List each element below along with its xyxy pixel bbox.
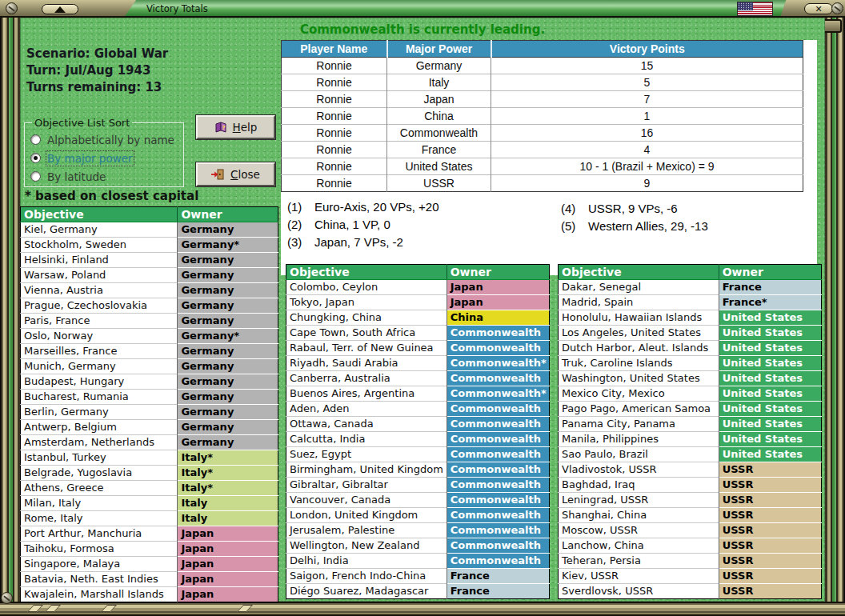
owner-cell: Commonwealth* xyxy=(447,356,549,371)
player-cell: France xyxy=(387,142,491,158)
objective-row: Munich, GermanyGermany xyxy=(21,359,278,374)
player-cell: 9 xyxy=(491,175,803,192)
objective-table-commonwealth: ObjectiveOwner Colombo, CeylonJapanTokyo… xyxy=(286,264,550,599)
owner-cell: Commonwealth xyxy=(447,402,549,417)
owner-cell: Germany xyxy=(178,283,278,298)
objective-row: Riyadh, Saudi ArabiaCommonwealth* xyxy=(286,356,550,371)
vp-note-number: (1) xyxy=(287,200,314,218)
radio-icon[interactable] xyxy=(30,153,41,163)
player-cell: Ronnie xyxy=(282,108,387,125)
owner-cell: Germany xyxy=(178,344,278,359)
objective-column-header: Owner xyxy=(719,265,821,280)
objective-row: Rome, ItalyItaly xyxy=(21,511,278,526)
screw-icon xyxy=(1,592,13,604)
title-bar: Victory Totals ✕ xyxy=(0,0,845,18)
objective-cell: Buenos Aires, Argentina xyxy=(286,386,447,402)
owner-cell: United States xyxy=(719,386,821,402)
objective-row: Birmingham, United KingdomCommonwealth xyxy=(286,462,550,478)
objective-row: Truk, Caroline IslandsUnited States xyxy=(559,356,822,371)
objective-row: Teheran, PersiaUSSR xyxy=(559,554,822,569)
help-button-label: Help xyxy=(233,121,258,134)
owner-cell: Italy* xyxy=(178,466,278,481)
owner-cell: France xyxy=(719,280,821,295)
owner-cell: Germany xyxy=(178,374,278,390)
objective-cell: Wellington, New Zealand xyxy=(286,538,447,554)
sort-radio-alphabetically-by-name[interactable]: Alphabetically by name xyxy=(30,130,178,149)
objective-row: Jerusalem, PalestineCommonwealth xyxy=(286,523,550,538)
radio-icon[interactable] xyxy=(30,134,41,145)
objective-cell: Vladivostok, USSR xyxy=(559,462,719,478)
objective-cell: Bucharest, Rumania xyxy=(21,390,178,405)
objective-row: Batavia, Neth. East IndiesJapan xyxy=(21,572,278,587)
objective-row: Singapore, MalayaJapan xyxy=(21,557,278,572)
objective-cell: Truk, Caroline Islands xyxy=(559,356,719,371)
objective-row: Leningrad, USSRUSSR xyxy=(559,493,822,508)
help-button[interactable]: ? Help xyxy=(196,115,275,139)
turns-remaining-line: Turns remaining: 13 xyxy=(26,80,168,97)
sort-radio-by-major-power[interactable]: By major power xyxy=(30,149,178,167)
sort-option-label: Alphabetically by name xyxy=(47,134,174,146)
owner-cell: Italy* xyxy=(178,481,278,496)
players-column-header: Major Power xyxy=(387,41,491,58)
objective-row: Gibraltar, GibraltarCommonwealth xyxy=(286,478,550,493)
objective-cell: Calcutta, India xyxy=(286,432,447,447)
objective-cell: London, United Kingdom xyxy=(286,508,447,523)
objective-row: Taihoku, FormosaJapan xyxy=(21,542,278,557)
close-window-button[interactable]: ✕ xyxy=(804,3,833,14)
owner-cell: Japan xyxy=(447,280,549,295)
objective-row: Stockholm, SwedenGermany* xyxy=(21,238,278,253)
close-icon: ✕ xyxy=(815,5,822,14)
objective-cell: Singapore, Malaya xyxy=(21,557,178,572)
objective-cell: Warsaw, Poland xyxy=(21,268,178,283)
objective-cell: Teheran, Persia xyxy=(559,554,719,569)
objective-cell: Milan, Italy xyxy=(21,496,178,511)
vp-note-text: Japan, 7 VPs, -2 xyxy=(314,235,403,253)
radio-icon[interactable] xyxy=(30,171,41,182)
flag-canton xyxy=(738,2,753,10)
player-cell: Ronnie xyxy=(282,175,387,192)
close-button[interactable]: Close xyxy=(196,162,275,186)
objective-row: Cape Town, South AfricaCommonwealth xyxy=(286,326,550,341)
objective-cell: Leningrad, USSR xyxy=(559,493,719,508)
player-cell: Japan xyxy=(387,91,491,108)
player-row: RonnieItaly5 xyxy=(282,74,803,91)
player-row: RonnieChina1 xyxy=(282,108,803,125)
sort-option-label: By major power xyxy=(47,152,133,165)
players-table-header-row: Player NameMajor PowerVictory Points xyxy=(282,41,803,58)
objective-row: Manila, PhilippinesUnited States xyxy=(559,432,822,447)
owner-cell: Commonwealth xyxy=(447,538,549,554)
objective-row: Los Angeles, United StatesUnited States xyxy=(559,326,822,341)
objective-row: Moscow, USSRUSSR xyxy=(559,523,822,538)
objective-cell: Amsterdam, Netherlands xyxy=(21,435,178,450)
objective-table-us-ussr: ObjectiveOwner Dakar, SenegalFranceMadri… xyxy=(558,264,822,599)
vp-note-number: (3) xyxy=(287,235,314,253)
owner-cell: Germany xyxy=(178,435,278,450)
objective-cell: Taihoku, Formosa xyxy=(21,542,178,557)
objective-cell: Aden, Aden xyxy=(286,402,447,417)
objective-cell: Canberra, Australia xyxy=(286,371,447,386)
svg-text:?: ? xyxy=(222,125,225,131)
player-cell: Ronnie xyxy=(282,125,387,142)
objective-cell: Saigon, French Indo-China xyxy=(286,569,447,584)
owner-cell: France* xyxy=(719,295,821,310)
window-frame-bottom xyxy=(0,602,845,616)
objective-row: Colombo, CeylonJapan xyxy=(286,280,550,295)
triangle-up-icon xyxy=(54,6,66,13)
owner-cell: Commonwealth xyxy=(447,508,549,523)
objective-row: Madrid, SpainFrance* xyxy=(559,295,822,310)
player-row: RonnieUnited States10 - 1 (Brazil + Mexi… xyxy=(282,158,803,175)
objective-row: Athens, GreeceItaly* xyxy=(21,481,278,496)
sort-radio-by-latitude[interactable]: By latitude xyxy=(30,167,178,186)
objective-row: Kwajalein, Marshall IslandsJapan xyxy=(21,587,278,602)
roll-up-button[interactable] xyxy=(42,4,78,14)
objective-row: Milan, ItalyItaly xyxy=(21,496,278,511)
objective-list-sort-group: Objective List Sort Alphabetically by na… xyxy=(24,117,184,187)
objective-cell: Diégo Suarez, Madagascar xyxy=(286,584,447,599)
objective-cell: Budapest, Hungary xyxy=(21,374,178,390)
player-cell: Germany xyxy=(387,58,491,74)
objective-cell: Rabaul, Terr. of New Guinea xyxy=(286,341,447,356)
objective-cell: Marseilles, France xyxy=(21,344,178,359)
objective-row: Warsaw, PolandGermany xyxy=(21,268,278,283)
objective-cell: Munich, Germany xyxy=(21,359,178,374)
objective-cell: Sverdlovsk, USSR xyxy=(559,584,719,599)
